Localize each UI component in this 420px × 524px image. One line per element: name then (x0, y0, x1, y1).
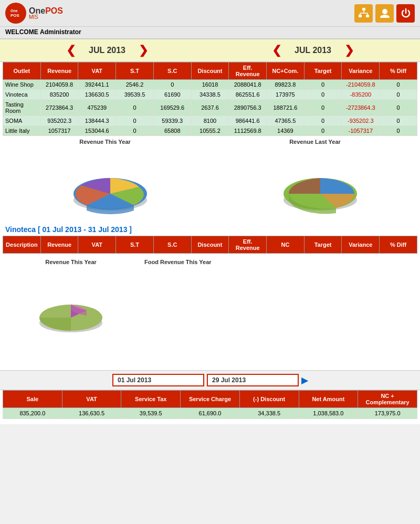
main-cell-outlet: Little Italy (3, 126, 41, 136)
main-cell-nc: 47365.5 (267, 116, 304, 126)
vinoteca-table: Description Revenue VAT S.T S.C Discount… (3, 236, 417, 254)
user-icon[interactable] (375, 4, 394, 23)
vcol-discount: Discount (191, 236, 229, 254)
vinoteca-section: Vinoteca [ 01 Jul 2013 - 31 Jul 2013 ] D… (0, 218, 420, 256)
month-nav-right: ❮ JUL 2013 ❯ (272, 44, 354, 57)
main-cell-discount: 34338.5 (191, 90, 229, 100)
col-sc: S.C (153, 62, 191, 80)
vcol-eff: Eff. Revenue (229, 236, 267, 254)
main-table-row: Little Italy1057317153044.606580810555.2… (3, 126, 417, 136)
main-cell-vat: 138444.3 (78, 116, 116, 126)
col-discount: Discount (191, 62, 229, 80)
main-revenue-table: Outlet Revenue VAT S.T S.C Discount Eff.… (3, 62, 417, 136)
bottom-pie-wrapper (3, 268, 139, 347)
prev-month-right[interactable]: ❮ (272, 44, 281, 57)
main-cell-pct: 0 (380, 116, 417, 126)
main-cell-nc: 188721.6 (267, 100, 304, 116)
main-cell-revenue: 935202.3 (40, 116, 78, 126)
main-cell-vat: 153044.6 (78, 126, 116, 136)
svg-rect-5 (366, 15, 369, 17)
main-cell-outlet: SOMA (3, 116, 41, 126)
main-cell-outlet: Wine Shop (3, 80, 41, 90)
next-month-right[interactable]: ❯ (344, 44, 354, 57)
vinoteca-title: Vinoteca [ 01 Jul 2013 - 31 Jul 2013 ] (3, 221, 417, 236)
main-table-row: SOMA935202.3138444.3059339.38100986441.6… (3, 116, 417, 126)
main-cell-eff_revenue: 1112569.8 (229, 126, 267, 136)
month-selector: ❮ JUL 2013 ❯ ❮ JUL 2013 ❯ (0, 39, 420, 62)
welcome-bar: WELCOME Administrator (0, 27, 420, 39)
main-cell-st: 2546.2 (116, 80, 154, 90)
main-cell-discount: 16018 (191, 80, 229, 90)
sum-service-charge: 61,690.0 (181, 408, 240, 419)
main-cell-variance: -1057317 (342, 126, 380, 136)
main-cell-eff_revenue: 2890756.3 (229, 100, 267, 116)
svg-rect-4 (359, 15, 362, 17)
col-variance: Variance (342, 62, 380, 80)
col-st: S.T (116, 62, 154, 80)
sum-service-tax: 39,539.5 (121, 408, 181, 419)
svg-point-10 (382, 9, 387, 14)
prev-month-left[interactable]: ❮ (66, 44, 76, 57)
main-cell-eff_revenue: 2088041.8 (229, 80, 267, 90)
sum-col-discount: (-) Discount (239, 391, 299, 408)
next-month-left[interactable]: ❯ (139, 44, 148, 57)
main-cell-eff_revenue: 862551.6 (229, 90, 267, 100)
main-cell-nc: 89823.8 (267, 80, 304, 90)
main-cell-target: 0 (304, 90, 342, 100)
main-cell-pct: 0 (380, 80, 417, 90)
col-revenue: Revenue (40, 62, 78, 80)
sum-discount: 34,338.5 (239, 408, 299, 419)
month-label-right: JUL 2013 (287, 46, 339, 55)
bottom-right-title: Food Revenue This Year (144, 259, 417, 265)
bottom-right-chart: Food Revenue This Year (144, 259, 417, 368)
main-cell-pct: 0 (380, 100, 417, 116)
vcol-desc: Description (3, 236, 41, 254)
main-cell-revenue: 2723864.3 (40, 100, 78, 116)
sum-nc: 173,975.0 (358, 408, 417, 419)
bottom-left-chart: Revenue This Year (3, 259, 139, 368)
revenue-this-year-title: Revenue This Year (3, 139, 207, 145)
main-cell-discount: 10555.2 (191, 126, 229, 136)
main-cell-vat: 136630.5 (78, 90, 116, 100)
main-cell-st: 0 (116, 116, 154, 126)
logo-icon: One POS (5, 3, 26, 24)
main-cell-outlet: Vinoteca (3, 90, 41, 100)
svg-text:POS: POS (10, 13, 20, 18)
date-forward-arrow[interactable]: ▶ (301, 375, 308, 385)
main-cell-eff_revenue: 986441.6 (229, 116, 267, 126)
bottom-left-title: Revenue This Year (3, 259, 139, 265)
col-nc: NC+Com. (267, 62, 304, 80)
col-outlet: Outlet (3, 62, 41, 80)
main-cell-vat: 392441.1 (78, 80, 116, 90)
date-range-row: ▶ (0, 370, 420, 390)
main-cell-nc: 14369 (267, 126, 304, 136)
summary-table-container: Sale VAT Service Tax Service Charge (-) … (0, 390, 420, 424)
start-date-input[interactable] (112, 374, 204, 386)
main-table-row: Wine Shop2104059.8392441.12546.201601820… (3, 80, 417, 90)
pie-this-year (3, 148, 207, 216)
main-cell-variance: -2723864.3 (342, 100, 380, 116)
main-cell-vat: 475239 (78, 100, 116, 116)
main-cell-target: 0 (304, 80, 342, 90)
vinoteca-table-header: Description Revenue VAT S.T S.C Discount… (3, 236, 417, 254)
sum-col-service-charge: Service Charge (181, 391, 240, 408)
main-cell-outlet: Tasting Room (3, 100, 41, 116)
svg-rect-3 (362, 8, 365, 11)
month-nav-left: ❮ JUL 2013 ❯ (66, 44, 148, 57)
vcol-sc: S.C (153, 236, 191, 254)
main-cell-pct: 0 (380, 126, 417, 136)
end-date-input[interactable] (207, 374, 299, 386)
col-target: Target (304, 62, 342, 80)
power-icon[interactable] (396, 4, 415, 23)
sum-col-vat: VAT (62, 391, 121, 408)
main-cell-st: 0 (116, 126, 154, 136)
summary-table: Sale VAT Service Tax Service Charge (-) … (3, 390, 417, 419)
main-cell-sc: 0 (153, 80, 191, 90)
summary-header: Sale VAT Service Tax Service Charge (-) … (3, 391, 417, 408)
main-cell-sc: 169529.6 (153, 100, 191, 116)
sum-col-net: Net Amount (299, 391, 358, 408)
main-cell-target: 0 (304, 126, 342, 136)
main-cell-variance: -835200 (342, 90, 380, 100)
org-chart-icon[interactable] (354, 4, 373, 23)
sum-net: 1,038,583.0 (299, 408, 358, 419)
